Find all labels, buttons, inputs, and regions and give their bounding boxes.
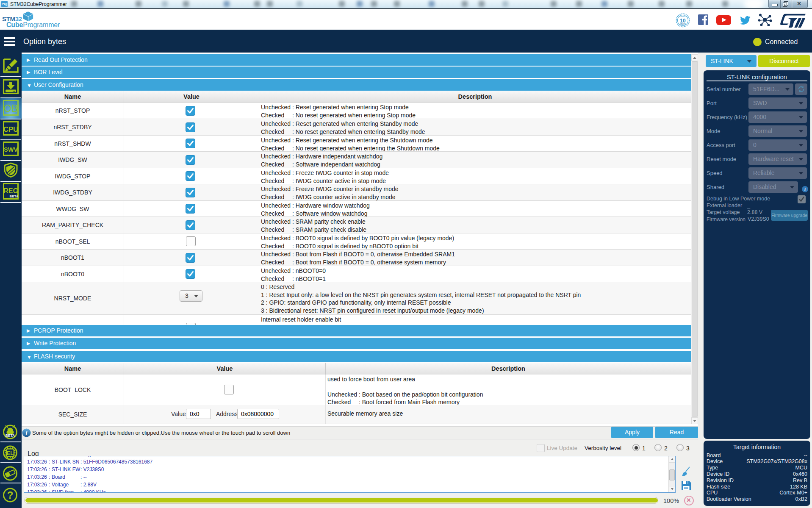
- svg-text:EL: EL: [7, 450, 14, 456]
- svg-text:CPU: CPU: [3, 125, 18, 133]
- svg-text:OB: OB: [4, 103, 18, 114]
- svg-text:?: ?: [7, 489, 14, 501]
- svg-text:REG: REG: [3, 187, 18, 194]
- svg-text:SWV: SWV: [4, 146, 18, 153]
- svg-text:BETA: BETA: [6, 433, 15, 438]
- svg-text:LONGEVITY: LONGEVITY: [679, 16, 687, 17]
- svg-text:i: i: [26, 430, 28, 436]
- svg-text:BETA: BETA: [9, 194, 18, 198]
- svg-text:YEARS: YEARS: [680, 23, 686, 25]
